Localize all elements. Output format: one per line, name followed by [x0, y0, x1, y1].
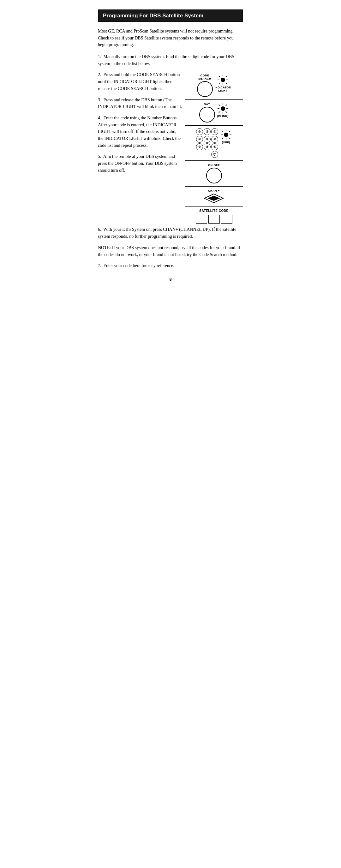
num-btn-6: ⑥ [211, 136, 218, 143]
satellite-code-label: SATELLITE CODE [199, 209, 228, 213]
svg-line-16 [219, 112, 220, 113]
numpad-zero-row: ⓪ [196, 151, 218, 158]
step7-body: Enter your code here for easy reference. [103, 264, 174, 268]
svg-line-6 [225, 76, 227, 78]
step4-body: Enter the code using the Number Buttons.… [98, 116, 181, 148]
diagram-code-search: CODESEARCH [185, 71, 243, 99]
on-off-label: ON·OFF [208, 163, 220, 167]
sat-row: SAT (BLINK) [199, 103, 229, 123]
num-btn-0: ⓪ [211, 151, 218, 158]
diagram-sat: SAT (BLINK) [185, 100, 243, 125]
step1-body: Manually turn on the DBS system. Find th… [98, 54, 234, 66]
off-indicator-group: (OFF) [220, 128, 232, 144]
sat-code-box-2 [208, 215, 220, 223]
note-text: NOTE: If your DBS system does not respon… [98, 244, 243, 258]
off-indicator-icon [220, 129, 232, 141]
num-btn-5: ⑤ [204, 136, 211, 143]
page-title: Programming For DBS Satellite System [103, 12, 238, 19]
code-search-button [197, 81, 213, 97]
code-search-label: CODESEARCH [198, 74, 211, 80]
diagram-numpad: ① ② ③ ④ ⑤ ⑥ ⑦ ⑧ ⑨ ⓪ [185, 125, 243, 160]
numpad-grid: ① ② ③ ④ ⑤ ⑥ ⑦ ⑧ ⑨ [196, 128, 218, 150]
svg-line-5 [225, 83, 227, 84]
svg-line-7 [219, 83, 220, 84]
on-off-button [206, 168, 222, 183]
intro-text: Most GE, RCA and ProScan Satellite syste… [98, 28, 243, 48]
indicator-light-icon [217, 74, 229, 86]
svg-point-26 [224, 133, 228, 137]
page-number: 8 [98, 277, 243, 282]
num-btn-7: ⑦ [196, 143, 203, 150]
sat-code-box-3 [221, 215, 232, 223]
svg-line-22 [222, 131, 223, 132]
step4-text: 4. Enter the code using the Number Butto… [98, 115, 182, 149]
step7-text: 7. Enter your code here for easy referen… [98, 262, 243, 269]
steps-diagram-section: 2. Press and hold the CODE SEARCH button… [98, 71, 243, 226]
sat-label: SAT [204, 103, 210, 106]
svg-line-4 [219, 76, 220, 78]
step2-number: 2. [98, 72, 101, 77]
num-btn-1: ① [196, 128, 203, 135]
step1-text: 1. Manually turn on the DBS system. Find… [98, 53, 243, 67]
indicator-light-label: INDICATORLIGHT [215, 86, 231, 92]
num-btn-4: ④ [196, 136, 203, 143]
step2-text: 2. Press and hold the CODE SEARCH button… [98, 71, 182, 92]
sat-button [199, 107, 215, 123]
numpad-row: ① ② ③ ④ ⑤ ⑥ ⑦ ⑧ ⑨ ⓪ [196, 128, 232, 158]
step7-number: 7. [98, 264, 101, 268]
chan-plus-button [204, 193, 224, 203]
num-btn-8: ⑧ [204, 143, 211, 150]
sat-code-box-1 [196, 215, 207, 223]
step3-body: Press and release the DBS button (The IN… [98, 98, 182, 109]
diagram-column: CODESEARCH [185, 71, 243, 226]
svg-point-8 [221, 78, 225, 82]
step5-text: 5. Aim the remote at your DBS system and… [98, 153, 182, 174]
num-btn-2: ② [204, 128, 211, 135]
code-search-row: CODESEARCH [197, 74, 231, 97]
step2-body: Press and hold the CODE SEARCH button un… [98, 72, 180, 91]
svg-line-15 [225, 105, 227, 106]
sat-button-group: SAT [199, 103, 215, 123]
step3-text: 3. Press and release the DBS button (The… [98, 97, 182, 110]
diagram-chan-plus: CHAN + [185, 186, 243, 206]
num-btn-9: ⑨ [211, 143, 218, 150]
svg-line-23 [228, 138, 230, 139]
satellite-code-boxes [196, 215, 232, 223]
blink-label: (BLINK) [217, 115, 228, 118]
steps-text-column: 2. Press and hold the CODE SEARCH button… [98, 71, 185, 226]
diagram-satellite-code: SATELLITE CODE [185, 206, 243, 226]
page-header: Programming For DBS Satellite System [98, 9, 243, 22]
svg-line-25 [222, 138, 223, 139]
step6-number: 6. [98, 227, 101, 232]
numpad-group: ① ② ③ ④ ⑤ ⑥ ⑦ ⑧ ⑨ ⓪ [196, 128, 218, 158]
chan-plus-label: CHAN + [208, 189, 220, 192]
step6-body: With your DBS System on, press CHAN+ (CH… [98, 227, 236, 239]
svg-line-13 [219, 105, 220, 106]
svg-line-14 [225, 112, 227, 113]
svg-line-24 [228, 131, 230, 132]
code-search-button-group: CODESEARCH [197, 74, 213, 97]
step4-number: 4. [98, 116, 101, 120]
indicator-light-group: INDICATORLIGHT [215, 74, 231, 92]
step1-number: 1. [98, 54, 101, 59]
step6-text: 6. With your DBS System on, press CHAN+ … [98, 226, 243, 240]
step5-body: Aim the remote at your DBS system and pr… [98, 154, 177, 173]
blink-indicator-icon [217, 103, 229, 115]
step3-number: 3. [98, 98, 101, 102]
num-btn-3: ③ [211, 128, 218, 135]
blink-indicator-group: (BLINK) [217, 103, 229, 118]
diagram-on-off: ON·OFF [185, 161, 243, 186]
off-label: (OFF) [222, 141, 230, 144]
step5-number: 5. [98, 154, 101, 159]
svg-point-17 [221, 106, 225, 111]
